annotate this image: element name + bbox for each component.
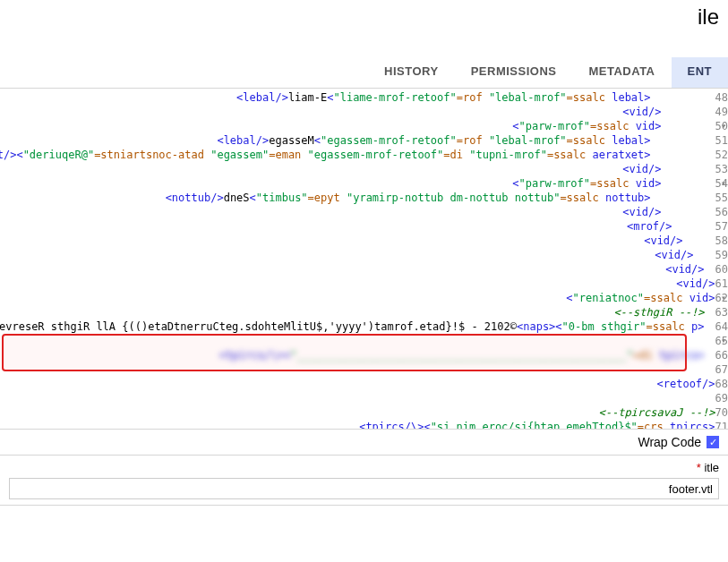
tab-metadata[interactable]: METADATA <box>572 57 671 88</box>
tab-bar: ENT METADATA PERMISSIONS HISTORY <box>0 57 728 89</box>
wrap-code-label: Wrap Code <box>638 435 701 449</box>
title-field-label: itle * <box>9 461 719 474</box>
line-gutter: 4849505152535455565758596061626364656667… <box>715 89 728 429</box>
title-field-input[interactable] <box>9 478 719 499</box>
tab-content[interactable]: ENT <box>672 57 729 88</box>
spacer <box>0 34 728 57</box>
required-star: * <box>697 461 701 474</box>
code-area[interactable]: <label class="form-label" for="footer-fo… <box>0 89 715 429</box>
wrap-code-row: ✓ Wrap Code <box>0 429 728 455</box>
page-title-fragment: ile <box>0 0 728 34</box>
tab-permissions[interactable]: PERMISSIONS <box>455 57 573 88</box>
title-field-section: itle * <box>0 455 728 505</box>
code-editor[interactable]: 4849505152535455565758596061626364656667… <box>0 89 728 429</box>
wrap-code-checkbox[interactable]: ✓ <box>707 436 719 448</box>
tab-history[interactable]: HISTORY <box>368 57 455 88</box>
next-field-stub <box>0 505 728 532</box>
